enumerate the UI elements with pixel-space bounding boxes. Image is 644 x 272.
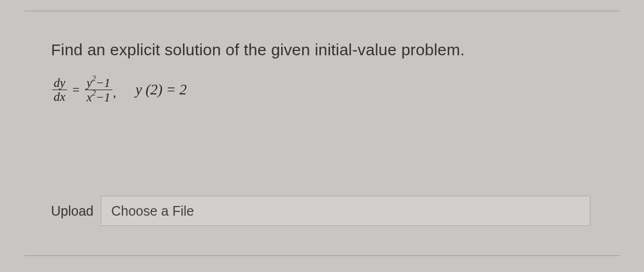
fraction-dy-dx: dy dx <box>52 77 67 103</box>
initial-condition: y (2) = 2 <box>136 82 187 98</box>
fraction-denominator: dx <box>52 90 67 103</box>
fraction-numerator: dy <box>52 77 67 90</box>
fraction-numerator-rhs: y2−1 <box>85 76 112 90</box>
question-prompt: Find an explicit solution of the given i… <box>51 41 593 59</box>
question-card: Find an explicit solution of the given i… <box>24 11 620 256</box>
comma: , <box>113 85 116 103</box>
upload-row: Upload Choose a File <box>51 196 590 226</box>
fraction-rhs: y2−1 x2−1 <box>85 76 112 103</box>
file-input[interactable]: Choose a File <box>101 196 590 226</box>
equation: dy dx = y2−1 x2−1 , y (2) = 2 <box>52 76 593 103</box>
fraction-denominator-rhs: x2−1 <box>85 90 112 104</box>
upload-label: Upload <box>51 203 93 219</box>
equals-sign: = <box>72 83 80 97</box>
file-input-placeholder: Choose a File <box>111 203 194 219</box>
